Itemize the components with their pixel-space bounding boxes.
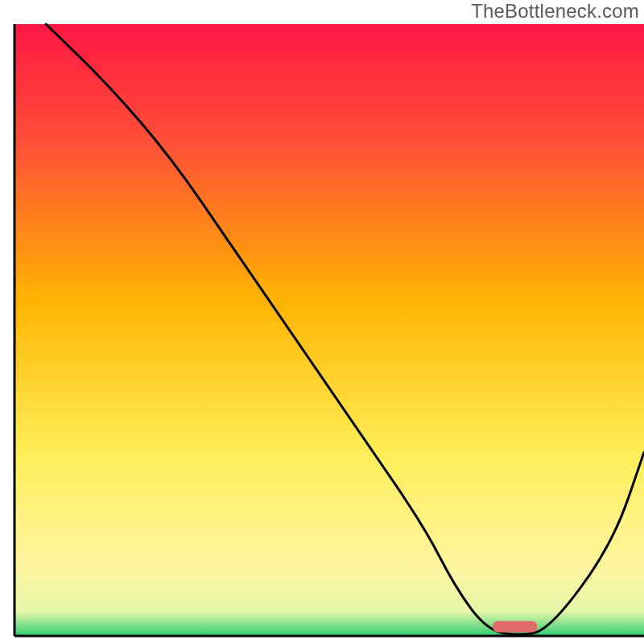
plot-background	[14, 24, 644, 636]
optimal-marker	[493, 621, 537, 633]
bottleneck-chart	[0, 0, 644, 644]
watermark-text: TheBottleneck.com	[471, 0, 639, 23]
chart-container: TheBottleneck.com	[0, 0, 644, 644]
